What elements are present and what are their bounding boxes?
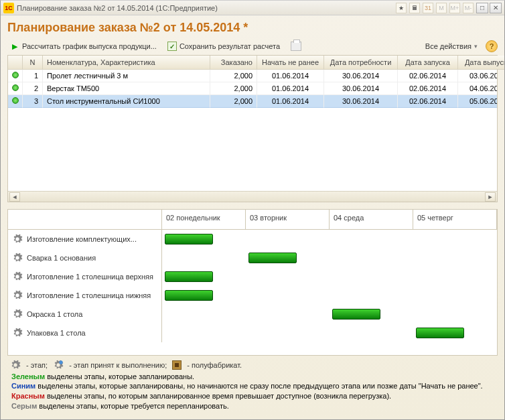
- gantt-cell: [330, 230, 413, 249]
- gantt-bar[interactable]: [248, 253, 297, 263]
- cell-start: 01.06.2014: [257, 70, 324, 82]
- scroll-left-button[interactable]: ◄: [9, 192, 20, 202]
- gantt-cell: [413, 230, 497, 249]
- legend-semi: - полуфабрикат.: [187, 361, 242, 369]
- cell-launch: 02.06.2014: [398, 95, 458, 108]
- all-actions-label: Все действия: [425, 42, 472, 50]
- svg-point-0: [59, 360, 62, 364]
- gear-icon: [12, 253, 23, 263]
- scroll-right-button[interactable]: ►: [485, 192, 496, 202]
- play-icon: ▶: [10, 42, 19, 51]
- gantt-bar[interactable]: [165, 234, 213, 244]
- gantt-cell: [246, 267, 330, 286]
- gantt-cell: [246, 305, 330, 324]
- toolbar: ▶ Рассчитать график выпуска продукци... …: [7, 40, 498, 55]
- cell-name: Пролет лестничный 3 м: [43, 70, 210, 82]
- cell-need: 30.06.2014: [324, 70, 398, 82]
- gantt-row: Изготовление комплектующих...: [8, 230, 497, 249]
- col-need[interactable]: Дата потребности: [324, 56, 398, 70]
- legend: - этап; - этап принят к выполнению; - по…: [7, 356, 498, 372]
- table-row[interactable]: 3Стол инструментальный СИ10002,00001.06.…: [8, 95, 497, 108]
- gantt-task-label: Изготовление 1 столешница нижняя: [8, 286, 162, 305]
- calculate-schedule-button[interactable]: ▶ Рассчитать график выпуска продукци...: [7, 40, 159, 52]
- close-button[interactable]: ✕: [490, 3, 502, 13]
- favorite-icon[interactable]: ★: [396, 3, 407, 13]
- gantt-cell: [330, 286, 413, 305]
- gantt-area: 02 понедельник03 вторник04 среда05 четве…: [8, 210, 497, 342]
- maximize-button[interactable]: □: [476, 3, 488, 13]
- col-status[interactable]: [8, 56, 23, 70]
- note-green: Зеленым выделены этапы, которые запланир…: [11, 372, 494, 382]
- save-result-label: Сохранить результат расчета: [179, 42, 280, 50]
- page-title: Планирование заказа №2 от 14.05.2014 *: [7, 19, 498, 40]
- cell-need: 30.06.2014: [324, 95, 398, 108]
- gear-icon: [12, 290, 23, 301]
- calculate-schedule-label: Рассчитать график выпуска продукци...: [22, 42, 157, 50]
- col-start[interactable]: Начать не ранее: [257, 56, 324, 70]
- m-plus-icon[interactable]: M+: [449, 3, 460, 13]
- gantt-task-label: Сварка 1 основания: [8, 249, 162, 267]
- cell-qty: 2,000: [210, 70, 257, 82]
- status-dot: [8, 95, 23, 108]
- cell-n: 1: [23, 70, 43, 82]
- col-nomenclature[interactable]: Номенклатура, Характеристика: [43, 56, 210, 70]
- table-row[interactable]: 2Верстак ТМ5002,00001.06.201430.06.20140…: [8, 82, 497, 95]
- gantt-cell: [330, 305, 413, 324]
- content-area: Планирование заказа №2 от 14.05.2014 * ▶…: [1, 15, 504, 419]
- cell-start: 01.06.2014: [257, 82, 324, 95]
- gantt-task-label: Окраска 1 стола: [8, 305, 162, 324]
- window-title: Планирование заказа №2 от 14.05.2014 (1С…: [17, 4, 218, 12]
- gantt-cell: [162, 230, 246, 249]
- status-dot: [8, 70, 23, 82]
- gantt-cell: [330, 267, 413, 286]
- square-icon: [172, 360, 182, 370]
- calc-icon[interactable]: 🖩: [409, 3, 420, 13]
- all-actions-button[interactable]: Все действия: [423, 41, 480, 52]
- cell-name: Верстак ТМ500: [43, 82, 210, 95]
- cell-n: 2: [23, 82, 43, 95]
- titlebar: 1С Планирование заказа №2 от 14.05.2014 …: [1, 1, 504, 15]
- cell-n: 3: [23, 95, 43, 108]
- grid-h-scrollbar[interactable]: ◄ ►: [8, 191, 497, 202]
- gear-accepted-icon: [53, 360, 64, 370]
- gantt-cell: [246, 324, 330, 342]
- gantt-header: 02 понедельник03 вторник04 среда05 четве…: [8, 210, 497, 230]
- gantt-bar[interactable]: [416, 328, 464, 338]
- gantt-cell: [330, 249, 413, 267]
- legend-stage-accepted: - этап принят к выполнению;: [69, 361, 167, 369]
- gantt-day-header: 05 четверг: [413, 210, 497, 230]
- col-out[interactable]: Дата выпуска: [458, 56, 504, 70]
- gantt-chart: 02 понедельник03 вторник04 среда05 четве…: [7, 209, 498, 356]
- m-minus-icon[interactable]: M: [436, 3, 447, 13]
- cell-out: 05.06.2014: [458, 95, 497, 108]
- gear-icon: [12, 271, 23, 282]
- print-button[interactable]: [288, 40, 304, 52]
- grid-body: 1Пролет лестничный 3 м2,00001.06.201430.…: [8, 70, 497, 191]
- gantt-row: Изготовление 1 столешница верхняя: [8, 267, 497, 286]
- gantt-cell: [413, 249, 497, 267]
- gantt-task-label: Упаковка 1 стола: [8, 324, 162, 342]
- gantt-bar[interactable]: [165, 290, 213, 301]
- col-launch[interactable]: Дата запуска: [398, 56, 458, 70]
- col-n[interactable]: N: [23, 56, 43, 70]
- gantt-cell: [413, 286, 497, 305]
- cell-start: 01.06.2014: [257, 95, 324, 108]
- gantt-bar[interactable]: [332, 309, 380, 320]
- cell-out: 03.06.2014: [458, 70, 497, 82]
- m-plus2-icon[interactable]: M-: [463, 3, 474, 13]
- note-gray: Серым выделены этапы, которые требуется …: [11, 401, 494, 411]
- gantt-row: Окраска 1 стола: [8, 305, 497, 324]
- col-qty[interactable]: Заказано: [210, 56, 257, 70]
- save-result-button[interactable]: ✓ Сохранить результат расчета: [165, 40, 283, 52]
- cell-qty: 2,000: [210, 82, 257, 95]
- gantt-bar[interactable]: [165, 271, 213, 282]
- gantt-cell: [246, 230, 330, 249]
- table-row[interactable]: 1Пролет лестничный 3 м2,00001.06.201430.…: [8, 70, 497, 82]
- help-button[interactable]: ?: [486, 40, 498, 52]
- gantt-cell: [246, 286, 330, 305]
- gantt-day-header: 02 понедельник: [162, 210, 246, 230]
- calendar-icon[interactable]: 31: [423, 3, 433, 13]
- gantt-cell: [413, 324, 497, 342]
- gear-icon: [10, 360, 21, 370]
- gantt-cell: [413, 305, 497, 324]
